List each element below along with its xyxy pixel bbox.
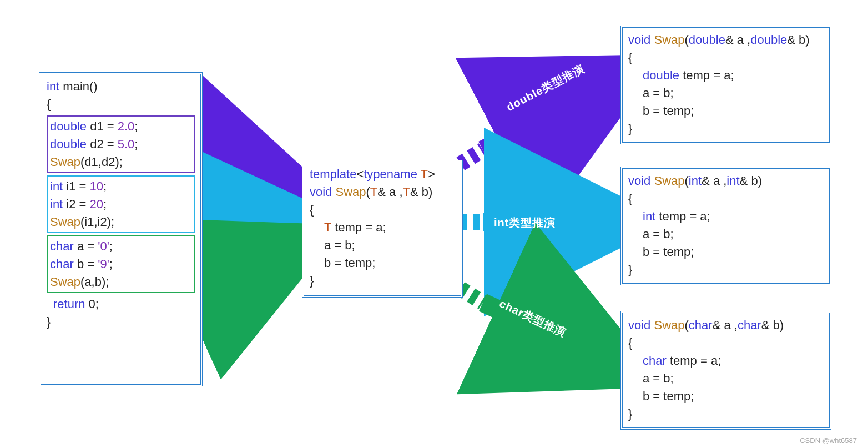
arrow-in-double (200, 167, 297, 194)
arrow-out-char-dash (461, 289, 483, 303)
char-block: char a = '0'; char b = '9'; Swap(a,b); (47, 235, 195, 293)
main-code-box: int main() { double d1 = 2.0; double d2 … (39, 72, 203, 386)
int-block: int i1 = 10; int i2 = 20; Swap(i1,i2); (47, 175, 195, 233)
kw-int: int (47, 79, 59, 93)
arrow-in-int (200, 222, 297, 225)
char-output-box: void Swap(char& a ,char& b) { char temp … (620, 311, 831, 430)
main-sig: main() (59, 79, 97, 93)
diagram-canvas: double类型推演 int类型推演 char类型推演 int main() {… (0, 0, 868, 448)
template-code-box: template<typename T> void Swap(T& a ,T& … (302, 160, 463, 298)
watermark: CSDN @wht6587 (800, 436, 857, 445)
double-output-box: void Swap(double& a ,double& b) { double… (620, 26, 831, 144)
kw-return: return (53, 297, 85, 311)
arrow-label-int: int类型推演 (494, 215, 556, 230)
brace-open: { (47, 95, 195, 113)
arrow-in-char (200, 247, 297, 291)
brace-close: } (47, 313, 195, 331)
arrow-out-double-dash (461, 150, 483, 164)
int-output-box: void Swap(int& a ,int& b) { int temp = a… (620, 167, 831, 285)
double-block: double d1 = 2.0; double d2 = 5.0; Swap(d… (47, 115, 195, 173)
